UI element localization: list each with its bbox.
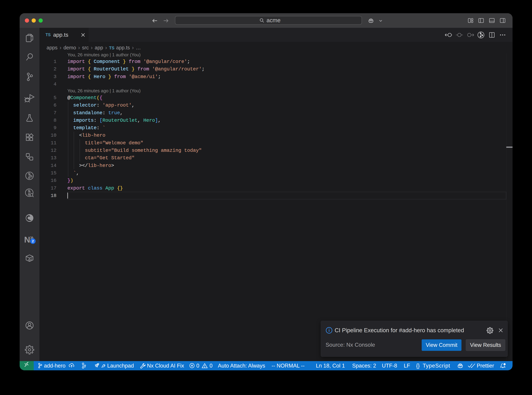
svg-text:N: N	[24, 235, 30, 244]
